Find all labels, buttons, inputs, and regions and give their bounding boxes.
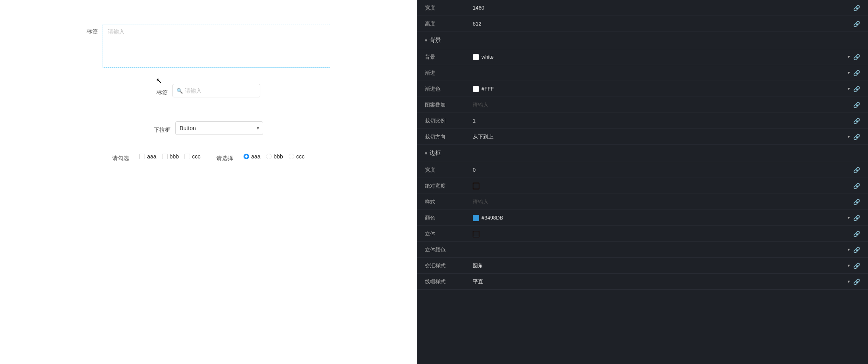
solid-container xyxy=(473,231,850,237)
border-abs-label: 绝对宽度 xyxy=(425,182,473,190)
solid-label: 立体 xyxy=(425,230,473,237)
pattern-label: 图案叠加 xyxy=(425,101,473,109)
border-style-input[interactable] xyxy=(473,199,850,205)
gradient-color-link-icon[interactable]: 🔗 xyxy=(853,86,860,92)
dropdown-label: 下拉框 xyxy=(154,127,170,134)
properties-panel: 宽度 1460 🔗 高度 812 🔗 ▾ 背景 背景 white ▾ 🔗 渐进 … xyxy=(417,0,868,364)
radio-label-bbb: bbb xyxy=(273,153,283,160)
border-color-dropdown-icon[interactable]: ▾ xyxy=(848,215,850,220)
background-section-header[interactable]: ▾ 背景 xyxy=(417,32,868,49)
height-link-icon[interactable]: 🔗 xyxy=(853,21,860,27)
border-section-header[interactable]: ▾ 边框 xyxy=(417,145,868,162)
gradient-color-dropdown-icon[interactable]: ▾ xyxy=(848,86,850,91)
search-wrapper: 🔍 xyxy=(172,84,260,97)
height-row: 高度 812 🔗 xyxy=(417,16,868,32)
gradient-label: 渐进 xyxy=(425,69,473,77)
gradient-link-icon[interactable]: 🔗 xyxy=(853,70,860,76)
checkbox-bbb[interactable] xyxy=(162,154,168,159)
gradient-color-container: #FFF ▾ xyxy=(473,86,850,92)
border-width-row: 宽度 0 🔗 xyxy=(417,162,868,178)
collapse-bg-icon: ▾ xyxy=(425,38,427,43)
join-style-label: 交汇样式 xyxy=(425,262,473,269)
gradient-color-value: #FFF xyxy=(482,86,845,92)
bg-value-container: white ▾ xyxy=(473,54,850,60)
search-row: 标签 🔍 xyxy=(157,84,260,97)
border-section-title: 边框 xyxy=(430,150,441,157)
checkbox-item-aaa[interactable]: aaa xyxy=(139,153,156,160)
border-color-link-icon[interactable]: 🔗 xyxy=(853,215,860,221)
textarea-row: 标签 xyxy=(87,24,330,68)
gradient-color-label: 渐进色 xyxy=(425,85,473,93)
join-style-row: 交汇样式 圆角 ▾ 🔗 xyxy=(417,258,868,274)
bg-color-swatch[interactable] xyxy=(473,54,479,60)
radio-group-label: 请选择 xyxy=(216,155,233,162)
crop-ratio-link-icon[interactable]: 🔗 xyxy=(853,118,860,124)
solid-color-link-icon[interactable]: 🔗 xyxy=(853,247,860,253)
pattern-link-icon[interactable]: 🔗 xyxy=(853,102,860,108)
border-width-link-icon[interactable]: 🔗 xyxy=(853,167,860,173)
border-style-link-icon[interactable]: 🔗 xyxy=(853,199,860,205)
canvas-area: 标签 ↖ 标签 🔍 下拉框 Button Option1 Option2 ▾ 请… xyxy=(0,0,417,364)
border-width-label: 宽度 xyxy=(425,166,473,174)
border-color-swatch[interactable] xyxy=(473,215,479,221)
border-abs-container xyxy=(473,183,850,189)
bg-color-row: 背景 white ▾ 🔗 xyxy=(417,49,868,65)
join-style-container: 圆角 ▾ xyxy=(473,262,850,269)
crop-dir-link-icon[interactable]: 🔗 xyxy=(853,134,860,140)
height-label: 高度 xyxy=(425,20,473,28)
join-style-dropdown-icon[interactable]: ▾ xyxy=(848,263,850,268)
cap-style-link-icon[interactable]: 🔗 xyxy=(853,279,860,285)
border-abs-checkbox[interactable] xyxy=(473,183,479,189)
checkbox-aaa[interactable] xyxy=(139,154,145,159)
textarea-label: 标签 xyxy=(87,28,98,35)
search-icon: 🔍 xyxy=(176,88,183,94)
border-color-value: #3498DB xyxy=(482,215,845,221)
crop-ratio-label: 裁切比例 xyxy=(425,117,473,125)
search-input[interactable] xyxy=(172,84,260,97)
bg-link-icon[interactable]: 🔗 xyxy=(853,54,860,60)
border-abs-link-icon[interactable]: 🔗 xyxy=(853,183,860,189)
solid-checkbox[interactable] xyxy=(473,231,479,237)
crop-ratio-row: 裁切比例 1 🔗 xyxy=(417,113,868,129)
cap-style-dropdown-icon[interactable]: ▾ xyxy=(848,279,850,284)
solid-link-icon[interactable]: 🔗 xyxy=(853,231,860,237)
solid-color-row: 立体颜色 ▾ 🔗 xyxy=(417,242,868,258)
bg-dropdown-icon[interactable]: ▾ xyxy=(848,54,850,59)
border-style-row: 样式 🔗 xyxy=(417,194,868,210)
border-abs-row: 绝对宽度 🔗 xyxy=(417,178,868,194)
checkbox-item-ccc[interactable]: ccc xyxy=(184,153,200,160)
crop-dir-label: 裁切方向 xyxy=(425,133,473,140)
gradient-color-swatch[interactable] xyxy=(473,86,479,92)
radio-bbb[interactable] xyxy=(266,154,271,159)
background-section-title: 背景 xyxy=(430,37,441,44)
checkbox-label-ccc: ccc xyxy=(192,153,200,160)
radio-aaa[interactable] xyxy=(244,154,249,159)
dropdown-select[interactable]: Button Option1 Option2 xyxy=(175,121,263,135)
checkbox-ccc[interactable] xyxy=(184,154,190,159)
width-link-icon[interactable]: 🔗 xyxy=(853,5,860,11)
textarea-input[interactable] xyxy=(103,24,330,68)
checkbox-group-label: 请勾选 xyxy=(112,155,129,162)
checkbox-group: 请勾选 aaa bbb ccc xyxy=(112,151,200,162)
crop-dir-dropdown-icon[interactable]: ▾ xyxy=(848,134,850,139)
radio-item-aaa[interactable]: aaa xyxy=(244,153,260,160)
checkbox-item-bbb[interactable]: bbb xyxy=(162,153,179,160)
join-style-value: 圆角 xyxy=(473,262,845,269)
gradient-dropdown-icon[interactable]: ▾ xyxy=(848,70,850,75)
radio-item-bbb[interactable]: bbb xyxy=(266,153,283,160)
collapse-border-icon: ▾ xyxy=(425,150,427,156)
bottom-controls-row: 请勾选 aaa bbb ccc 请选择 aaa bbb xyxy=(112,151,304,162)
solid-color-dropdown-icon[interactable]: ▾ xyxy=(848,247,850,252)
solid-color-container: ▾ xyxy=(473,247,850,252)
radio-item-ccc[interactable]: ccc xyxy=(289,153,305,160)
pattern-input[interactable] xyxy=(473,102,850,108)
height-value: 812 xyxy=(473,21,850,27)
radio-ccc[interactable] xyxy=(289,154,294,159)
gradient-value-container: ▾ xyxy=(473,70,850,75)
join-style-link-icon[interactable]: 🔗 xyxy=(853,263,860,269)
border-width-value: 0 xyxy=(473,167,850,173)
width-label: 宽度 xyxy=(425,4,473,12)
cap-style-row: 线帽样式 平直 ▾ 🔗 xyxy=(417,274,868,290)
cap-style-label: 线帽样式 xyxy=(425,278,473,285)
checkbox-label-bbb: bbb xyxy=(170,153,179,160)
